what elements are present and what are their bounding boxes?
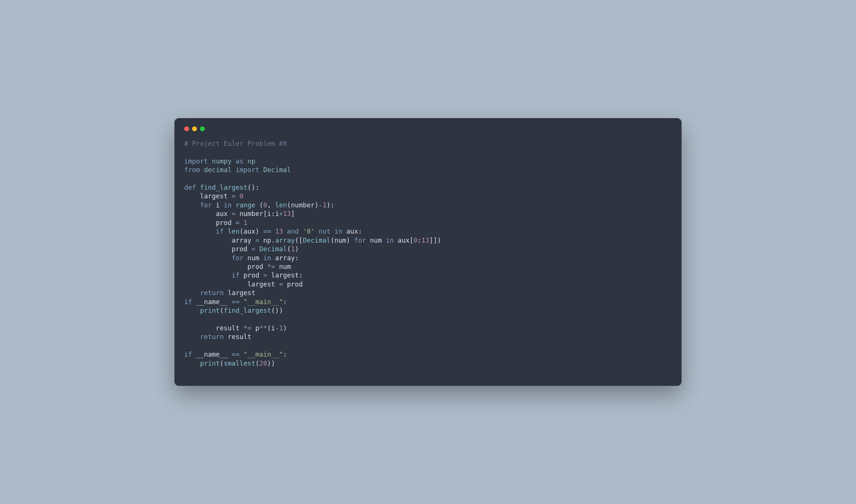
fn-range: range [236,201,255,209]
punct: ) [315,201,319,209]
fn-find-largest: find_largest [200,184,247,191]
punct: [ [263,210,267,218]
window-titlebar [184,126,672,131]
var-array: array [275,254,295,262]
op-minus: - [318,201,323,209]
punct: , [267,201,275,209]
var-aux: aux [346,228,358,235]
op-eqeq: == [231,351,239,358]
fn-len: len [275,201,287,209]
kw-from: from [184,166,200,174]
var-aux: aux [398,237,410,244]
kw-for: for [200,201,212,209]
op-gt: > [263,272,267,279]
kw-if: if [231,272,239,279]
kw-import: import [184,158,208,165]
punct: ] [291,210,295,218]
str-zero: '0' [303,228,315,235]
punct: ( [255,360,260,367]
num-one: 1 [279,324,283,332]
code-comment: # Project Euler Problem #8 [184,140,287,147]
kw-for: for [354,237,366,244]
var-i: i [271,324,275,332]
kw-def: def [184,184,196,191]
var-i: i [216,201,220,209]
punct: [ [410,237,414,244]
punct: ( [220,307,224,314]
op-assign: = [231,210,236,218]
kw-if: if [216,228,224,235]
punct: ) [283,324,287,332]
var-p: p [255,324,260,332]
num-one: 1 [243,219,248,226]
dunder-name: __name__ [196,298,228,306]
punct: (): [248,184,260,191]
class-decimal: Decimal [263,166,291,174]
var-num: num [279,263,291,270]
var-i: i [275,210,279,218]
module-decimal: decimal [204,166,232,174]
var-number: number [291,201,315,209]
op-eqeq: == [231,298,239,306]
code-block: # Project Euler Problem #8 import numpy … [184,140,672,368]
op-minus: - [275,324,279,332]
op-pow: ** [259,324,267,332]
punct: ( [220,360,224,367]
var-prod: prod [243,272,259,279]
op-assign: = [231,192,236,200]
kw-in: in [263,254,271,262]
fn-smallest: smallest [224,360,255,367]
num-zero: 0 [240,192,244,200]
punct: : [295,254,299,262]
var-prod: prod [216,219,231,226]
fn-array: array [275,237,295,244]
var-result: result [228,333,251,340]
minimize-icon[interactable] [192,126,197,131]
punct: : [283,298,287,306]
op-assign: = [251,245,255,253]
punct: : [283,351,287,358]
var-largest: largest [228,289,255,297]
punct: ): [326,201,334,209]
kw-not: not [318,228,330,235]
var-np: np [263,237,271,244]
str-main: "__main__" [243,298,283,306]
kw-in: in [386,237,393,244]
num-one: 1 [291,245,295,253]
op-eqeq: == [263,228,271,235]
num-thirteen: 13 [421,237,429,244]
punct: ( [240,228,244,235]
punct: ) [295,245,299,253]
punct: ([ [295,237,303,244]
fn-print: print [200,360,220,367]
num-thirteen: 13 [283,210,291,218]
var-prod: prod [231,245,247,253]
var-i: i [267,210,271,218]
punct: ( [267,324,271,332]
kw-import: import [236,166,259,174]
punct: : [358,228,362,235]
punct: ( [287,245,291,253]
fn-len: len [228,228,240,235]
punct: ( [287,201,291,209]
var-aux: aux [243,228,255,235]
var-aux: aux [216,210,228,218]
punct: ( [255,201,263,209]
num-thirteen: 13 [275,228,283,235]
dunder-name: __name__ [196,351,228,358]
class-decimal: Decimal [303,237,330,244]
maximize-icon[interactable] [200,126,205,131]
close-icon[interactable] [184,126,189,131]
var-num: num [248,254,260,262]
kw-in: in [224,201,231,209]
kw-return: return [200,289,224,297]
alias-np: np [248,158,255,165]
var-largest: largest [200,192,228,200]
num-one: 1 [323,201,327,209]
op-starEq: *= [267,263,275,270]
var-prod: prod [248,263,263,270]
code-window: # Project Euler Problem #8 import numpy … [174,118,682,386]
var-largest: largest [271,272,299,279]
var-number: number [240,210,263,218]
punct: . [271,237,275,244]
